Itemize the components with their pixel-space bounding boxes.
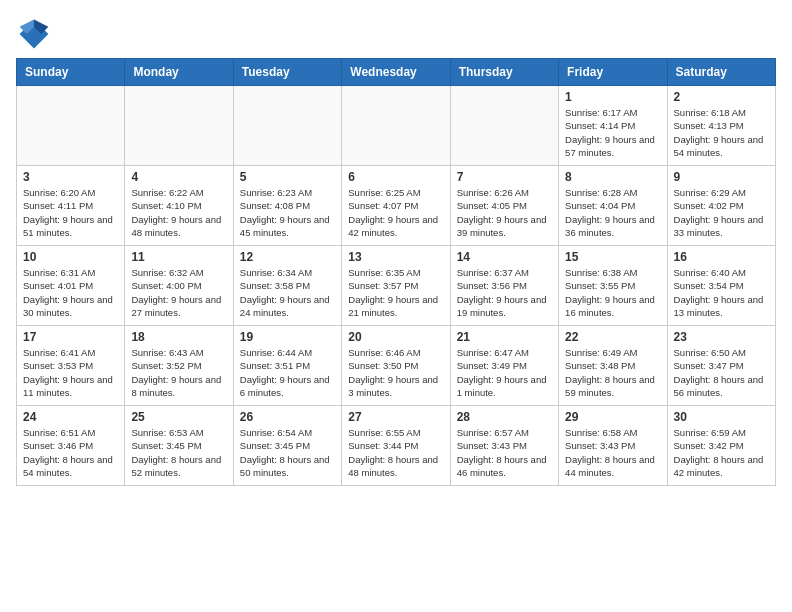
calendar-cell bbox=[125, 86, 233, 166]
logo bbox=[16, 16, 56, 52]
col-header-saturday: Saturday bbox=[667, 59, 775, 86]
day-number: 1 bbox=[565, 90, 660, 104]
calendar-cell: 10Sunrise: 6:31 AM Sunset: 4:01 PM Dayli… bbox=[17, 246, 125, 326]
page-header bbox=[16, 16, 776, 52]
calendar-cell: 6Sunrise: 6:25 AM Sunset: 4:07 PM Daylig… bbox=[342, 166, 450, 246]
calendar-cell: 29Sunrise: 6:58 AM Sunset: 3:43 PM Dayli… bbox=[559, 406, 667, 486]
col-header-thursday: Thursday bbox=[450, 59, 558, 86]
calendar-cell bbox=[450, 86, 558, 166]
calendar-cell: 1Sunrise: 6:17 AM Sunset: 4:14 PM Daylig… bbox=[559, 86, 667, 166]
calendar-header-row: SundayMondayTuesdayWednesdayThursdayFrid… bbox=[17, 59, 776, 86]
calendar-cell: 23Sunrise: 6:50 AM Sunset: 3:47 PM Dayli… bbox=[667, 326, 775, 406]
col-header-friday: Friday bbox=[559, 59, 667, 86]
calendar-cell: 21Sunrise: 6:47 AM Sunset: 3:49 PM Dayli… bbox=[450, 326, 558, 406]
day-number: 21 bbox=[457, 330, 552, 344]
calendar-table: SundayMondayTuesdayWednesdayThursdayFrid… bbox=[16, 58, 776, 486]
day-number: 12 bbox=[240, 250, 335, 264]
day-number: 3 bbox=[23, 170, 118, 184]
calendar-cell: 26Sunrise: 6:54 AM Sunset: 3:45 PM Dayli… bbox=[233, 406, 341, 486]
day-number: 20 bbox=[348, 330, 443, 344]
calendar-cell: 9Sunrise: 6:29 AM Sunset: 4:02 PM Daylig… bbox=[667, 166, 775, 246]
day-info: Sunrise: 6:59 AM Sunset: 3:42 PM Dayligh… bbox=[674, 426, 769, 479]
calendar-cell: 25Sunrise: 6:53 AM Sunset: 3:45 PM Dayli… bbox=[125, 406, 233, 486]
day-info: Sunrise: 6:54 AM Sunset: 3:45 PM Dayligh… bbox=[240, 426, 335, 479]
day-number: 8 bbox=[565, 170, 660, 184]
day-info: Sunrise: 6:18 AM Sunset: 4:13 PM Dayligh… bbox=[674, 106, 769, 159]
day-number: 14 bbox=[457, 250, 552, 264]
calendar-cell: 16Sunrise: 6:40 AM Sunset: 3:54 PM Dayli… bbox=[667, 246, 775, 326]
day-info: Sunrise: 6:23 AM Sunset: 4:08 PM Dayligh… bbox=[240, 186, 335, 239]
day-number: 2 bbox=[674, 90, 769, 104]
day-info: Sunrise: 6:50 AM Sunset: 3:47 PM Dayligh… bbox=[674, 346, 769, 399]
day-info: Sunrise: 6:41 AM Sunset: 3:53 PM Dayligh… bbox=[23, 346, 118, 399]
day-info: Sunrise: 6:43 AM Sunset: 3:52 PM Dayligh… bbox=[131, 346, 226, 399]
day-info: Sunrise: 6:53 AM Sunset: 3:45 PM Dayligh… bbox=[131, 426, 226, 479]
calendar-cell: 19Sunrise: 6:44 AM Sunset: 3:51 PM Dayli… bbox=[233, 326, 341, 406]
day-info: Sunrise: 6:46 AM Sunset: 3:50 PM Dayligh… bbox=[348, 346, 443, 399]
day-info: Sunrise: 6:32 AM Sunset: 4:00 PM Dayligh… bbox=[131, 266, 226, 319]
day-info: Sunrise: 6:35 AM Sunset: 3:57 PM Dayligh… bbox=[348, 266, 443, 319]
day-number: 29 bbox=[565, 410, 660, 424]
calendar-week-row: 10Sunrise: 6:31 AM Sunset: 4:01 PM Dayli… bbox=[17, 246, 776, 326]
day-number: 17 bbox=[23, 330, 118, 344]
day-number: 5 bbox=[240, 170, 335, 184]
calendar-cell: 12Sunrise: 6:34 AM Sunset: 3:58 PM Dayli… bbox=[233, 246, 341, 326]
calendar-cell: 17Sunrise: 6:41 AM Sunset: 3:53 PM Dayli… bbox=[17, 326, 125, 406]
day-info: Sunrise: 6:20 AM Sunset: 4:11 PM Dayligh… bbox=[23, 186, 118, 239]
col-header-wednesday: Wednesday bbox=[342, 59, 450, 86]
col-header-sunday: Sunday bbox=[17, 59, 125, 86]
day-number: 18 bbox=[131, 330, 226, 344]
calendar-cell: 3Sunrise: 6:20 AM Sunset: 4:11 PM Daylig… bbox=[17, 166, 125, 246]
day-number: 26 bbox=[240, 410, 335, 424]
calendar-cell: 4Sunrise: 6:22 AM Sunset: 4:10 PM Daylig… bbox=[125, 166, 233, 246]
day-number: 27 bbox=[348, 410, 443, 424]
calendar-cell: 14Sunrise: 6:37 AM Sunset: 3:56 PM Dayli… bbox=[450, 246, 558, 326]
calendar-cell: 18Sunrise: 6:43 AM Sunset: 3:52 PM Dayli… bbox=[125, 326, 233, 406]
calendar-cell: 30Sunrise: 6:59 AM Sunset: 3:42 PM Dayli… bbox=[667, 406, 775, 486]
calendar-cell bbox=[233, 86, 341, 166]
day-info: Sunrise: 6:58 AM Sunset: 3:43 PM Dayligh… bbox=[565, 426, 660, 479]
day-info: Sunrise: 6:34 AM Sunset: 3:58 PM Dayligh… bbox=[240, 266, 335, 319]
calendar-cell: 5Sunrise: 6:23 AM Sunset: 4:08 PM Daylig… bbox=[233, 166, 341, 246]
calendar-week-row: 17Sunrise: 6:41 AM Sunset: 3:53 PM Dayli… bbox=[17, 326, 776, 406]
day-number: 22 bbox=[565, 330, 660, 344]
day-info: Sunrise: 6:29 AM Sunset: 4:02 PM Dayligh… bbox=[674, 186, 769, 239]
day-number: 30 bbox=[674, 410, 769, 424]
day-number: 24 bbox=[23, 410, 118, 424]
day-number: 25 bbox=[131, 410, 226, 424]
calendar-week-row: 1Sunrise: 6:17 AM Sunset: 4:14 PM Daylig… bbox=[17, 86, 776, 166]
day-info: Sunrise: 6:57 AM Sunset: 3:43 PM Dayligh… bbox=[457, 426, 552, 479]
day-number: 11 bbox=[131, 250, 226, 264]
calendar-cell bbox=[17, 86, 125, 166]
day-info: Sunrise: 6:47 AM Sunset: 3:49 PM Dayligh… bbox=[457, 346, 552, 399]
day-number: 13 bbox=[348, 250, 443, 264]
day-info: Sunrise: 6:55 AM Sunset: 3:44 PM Dayligh… bbox=[348, 426, 443, 479]
day-info: Sunrise: 6:17 AM Sunset: 4:14 PM Dayligh… bbox=[565, 106, 660, 159]
day-number: 16 bbox=[674, 250, 769, 264]
calendar-cell: 2Sunrise: 6:18 AM Sunset: 4:13 PM Daylig… bbox=[667, 86, 775, 166]
day-info: Sunrise: 6:49 AM Sunset: 3:48 PM Dayligh… bbox=[565, 346, 660, 399]
calendar-cell: 15Sunrise: 6:38 AM Sunset: 3:55 PM Dayli… bbox=[559, 246, 667, 326]
day-info: Sunrise: 6:28 AM Sunset: 4:04 PM Dayligh… bbox=[565, 186, 660, 239]
calendar-cell: 7Sunrise: 6:26 AM Sunset: 4:05 PM Daylig… bbox=[450, 166, 558, 246]
day-number: 28 bbox=[457, 410, 552, 424]
day-number: 9 bbox=[674, 170, 769, 184]
calendar-week-row: 24Sunrise: 6:51 AM Sunset: 3:46 PM Dayli… bbox=[17, 406, 776, 486]
day-number: 15 bbox=[565, 250, 660, 264]
calendar-cell: 20Sunrise: 6:46 AM Sunset: 3:50 PM Dayli… bbox=[342, 326, 450, 406]
calendar-cell: 28Sunrise: 6:57 AM Sunset: 3:43 PM Dayli… bbox=[450, 406, 558, 486]
calendar-cell bbox=[342, 86, 450, 166]
day-number: 7 bbox=[457, 170, 552, 184]
calendar-cell: 13Sunrise: 6:35 AM Sunset: 3:57 PM Dayli… bbox=[342, 246, 450, 326]
logo-icon bbox=[16, 16, 52, 52]
calendar-cell: 24Sunrise: 6:51 AM Sunset: 3:46 PM Dayli… bbox=[17, 406, 125, 486]
day-info: Sunrise: 6:44 AM Sunset: 3:51 PM Dayligh… bbox=[240, 346, 335, 399]
day-info: Sunrise: 6:40 AM Sunset: 3:54 PM Dayligh… bbox=[674, 266, 769, 319]
day-info: Sunrise: 6:25 AM Sunset: 4:07 PM Dayligh… bbox=[348, 186, 443, 239]
day-info: Sunrise: 6:22 AM Sunset: 4:10 PM Dayligh… bbox=[131, 186, 226, 239]
calendar-cell: 11Sunrise: 6:32 AM Sunset: 4:00 PM Dayli… bbox=[125, 246, 233, 326]
col-header-tuesday: Tuesday bbox=[233, 59, 341, 86]
day-info: Sunrise: 6:37 AM Sunset: 3:56 PM Dayligh… bbox=[457, 266, 552, 319]
day-info: Sunrise: 6:26 AM Sunset: 4:05 PM Dayligh… bbox=[457, 186, 552, 239]
day-number: 6 bbox=[348, 170, 443, 184]
